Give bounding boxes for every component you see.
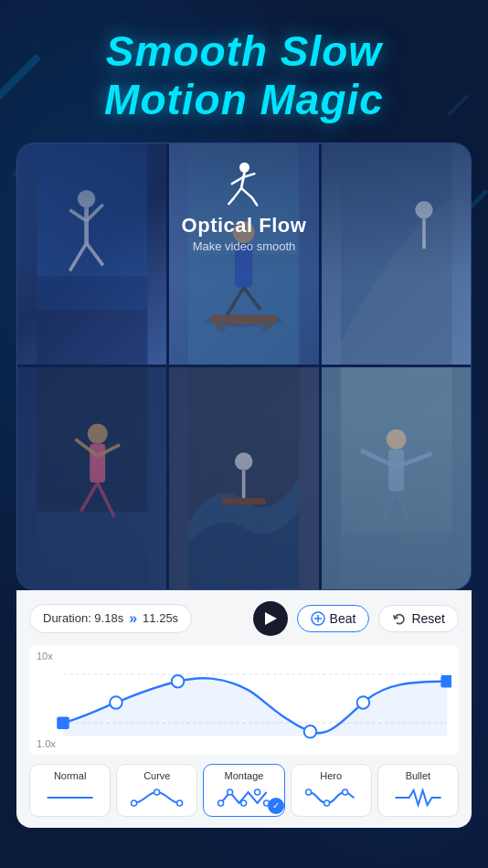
tab-normal-preview — [34, 785, 106, 810]
duration-row: Duration: 9.18s » 11.25s Beat Reset — [29, 601, 459, 636]
svg-line-47 — [251, 197, 257, 205]
svg-rect-55 — [57, 716, 69, 729]
svg-point-42 — [239, 163, 249, 173]
reset-label: Reset — [411, 611, 445, 626]
tab-bullet-label: Bullet — [382, 770, 454, 781]
tab-montage-preview: ✓ — [207, 785, 280, 810]
reset-button[interactable]: Reset — [378, 605, 459, 632]
svg-line-46 — [241, 188, 252, 197]
logo-title: Optical Flow — [17, 214, 471, 238]
play-button[interactable] — [253, 601, 288, 636]
beat-icon — [311, 611, 325, 626]
runner-icon — [219, 160, 270, 210]
main-card: Optical Flow Make video smooth — [16, 143, 472, 590]
play-icon — [265, 612, 277, 625]
svg-rect-60 — [440, 675, 451, 688]
svg-point-64 — [177, 800, 183, 806]
svg-point-72 — [342, 789, 347, 795]
beat-button[interactable]: Beat — [297, 605, 370, 632]
graph-bottom-label: 1.0x — [37, 738, 56, 749]
tab-hero[interactable]: Hero — [291, 764, 372, 817]
tab-hero-label: Hero — [295, 770, 367, 781]
svg-line-44 — [231, 177, 242, 184]
duration-badge: Duration: 9.18s » 11.25s — [29, 604, 192, 633]
logo-section: Optical Flow Make video smooth — [17, 143, 471, 253]
svg-point-62 — [132, 800, 137, 806]
svg-point-70 — [305, 789, 311, 795]
page-title: Smooth Slow Motion Magic — [18, 27, 470, 124]
tab-bullet[interactable]: Bullet — [377, 764, 459, 817]
duration-arrow: » — [129, 610, 137, 627]
active-check: ✓ — [268, 798, 284, 814]
tab-curve-label: Curve — [121, 770, 193, 781]
svg-point-58 — [304, 725, 317, 738]
svg-line-43 — [241, 173, 244, 188]
mode-tabs: Normal Curve Montage — [29, 764, 459, 828]
svg-line-48 — [233, 188, 241, 199]
controls-section: Duration: 9.18s » 11.25s Beat Reset 10x … — [16, 590, 472, 828]
svg-point-71 — [324, 800, 329, 806]
graph-top-label: 10x — [37, 651, 53, 662]
tab-bullet-preview — [382, 785, 454, 810]
duration-from: Duration: 9.18s — [43, 611, 123, 625]
svg-point-68 — [255, 789, 260, 795]
logo-subtitle: Make video smooth — [17, 239, 471, 253]
svg-line-49 — [228, 198, 233, 204]
duration-to: 11.25s — [143, 611, 178, 625]
svg-point-57 — [172, 675, 185, 688]
svg-point-59 — [357, 696, 370, 709]
reset-icon — [392, 611, 407, 626]
tab-normal-label: Normal — [34, 770, 106, 781]
title-section: Smooth Slow Motion Magic — [0, 0, 488, 143]
tab-curve[interactable]: Curve — [116, 764, 197, 817]
tab-normal[interactable]: Normal — [29, 764, 111, 817]
svg-point-65 — [218, 800, 224, 806]
beat-label: Beat — [330, 611, 356, 626]
tab-montage[interactable]: Montage ✓ — [203, 764, 284, 817]
tab-curve-preview — [121, 785, 193, 810]
svg-point-56 — [110, 696, 122, 709]
svg-point-66 — [228, 789, 233, 795]
speed-graph: 10x 1.0x — [29, 645, 459, 755]
svg-point-67 — [241, 800, 247, 806]
svg-point-63 — [154, 789, 160, 795]
graph-svg — [37, 652, 451, 749]
tab-montage-label: Montage — [207, 770, 280, 781]
tab-hero-preview — [295, 785, 367, 810]
